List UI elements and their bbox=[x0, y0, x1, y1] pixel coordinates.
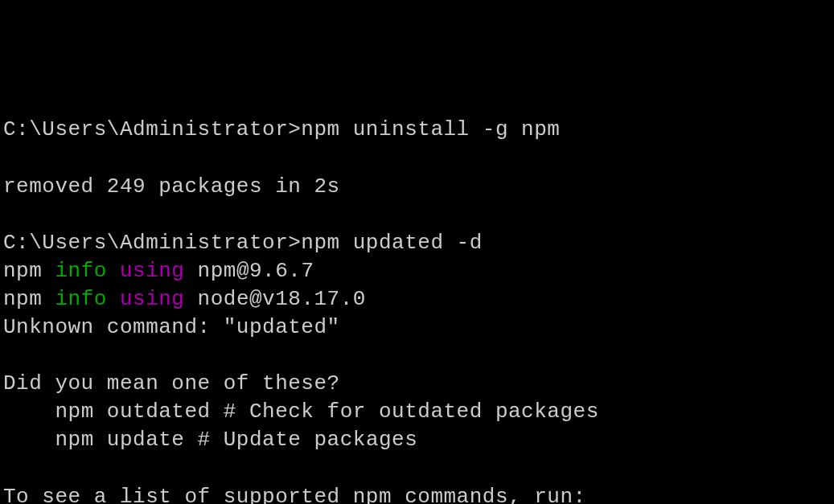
terminal-segment: To see a list of supported npm commands,… bbox=[3, 485, 586, 504]
terminal-segment: Unknown command: "updated" bbox=[3, 315, 340, 339]
terminal-segment: removed 249 packages in 2s bbox=[3, 174, 340, 199]
terminal-segment: npm bbox=[3, 287, 55, 311]
terminal-segment: npm uninstall -g npm bbox=[301, 117, 560, 141]
terminal-segment: using bbox=[120, 259, 185, 283]
terminal-line: npm update # Update packages bbox=[3, 426, 831, 454]
terminal-segment: using bbox=[120, 287, 185, 311]
terminal-line bbox=[3, 144, 831, 172]
terminal-line: To see a list of supported npm commands,… bbox=[3, 483, 831, 504]
terminal-segment: info bbox=[55, 287, 106, 311]
terminal-line: npm info using npm@9.6.7 bbox=[3, 257, 831, 285]
terminal-line: Did you mean one of these? bbox=[3, 370, 831, 398]
terminal-segment: node@v18.17.0 bbox=[184, 287, 365, 311]
terminal-segment: npm update # Update packages bbox=[3, 428, 417, 452]
terminal-line bbox=[3, 455, 831, 483]
terminal-segment: C:\Users\Administrator> bbox=[3, 117, 301, 141]
terminal-segment: npm outdated # Check for outdated packag… bbox=[3, 400, 599, 424]
terminal-segment: info bbox=[55, 259, 106, 283]
terminal-output[interactable]: C:\Users\Administrator>npm uninstall -g … bbox=[3, 116, 831, 504]
terminal-segment: Did you mean one of these? bbox=[3, 371, 340, 395]
terminal-line: npm info using node@v18.17.0 bbox=[3, 285, 831, 313]
terminal-segment bbox=[107, 287, 120, 311]
terminal-segment: npm@9.6.7 bbox=[184, 259, 314, 283]
terminal-segment: npm bbox=[3, 259, 55, 283]
terminal-line: removed 249 packages in 2s bbox=[3, 173, 831, 201]
terminal-line: C:\Users\Administrator>npm uninstall -g … bbox=[3, 116, 831, 144]
terminal-line: npm outdated # Check for outdated packag… bbox=[3, 398, 831, 426]
terminal-line bbox=[3, 342, 831, 370]
terminal-line: C:\Users\Administrator>npm updated -d bbox=[3, 229, 831, 257]
terminal-line: Unknown command: "updated" bbox=[3, 313, 831, 342]
terminal-segment: C:\Users\Administrator> bbox=[3, 231, 301, 255]
terminal-segment: npm updated -d bbox=[301, 231, 482, 255]
terminal-segment bbox=[107, 259, 120, 283]
terminal-line bbox=[3, 201, 831, 229]
